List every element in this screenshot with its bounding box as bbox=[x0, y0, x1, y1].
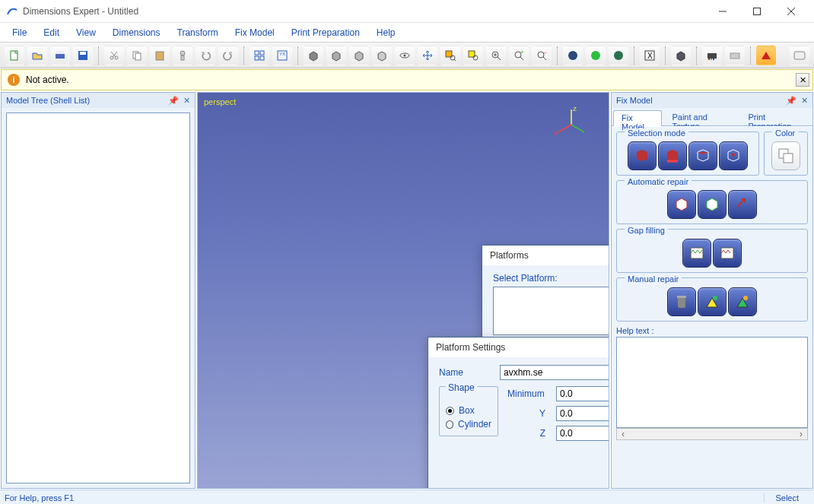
copy-icon[interactable] bbox=[127, 46, 147, 65]
model-tree-list[interactable] bbox=[6, 113, 190, 483]
menu-file[interactable]: File bbox=[5, 25, 34, 40]
svg-line-30 bbox=[498, 57, 501, 60]
print-icon[interactable] bbox=[50, 46, 70, 65]
manual-delete-icon[interactable] bbox=[667, 287, 696, 316]
brick-icon[interactable] bbox=[725, 46, 745, 65]
platform-settings-dialog: Platform Settings ? ✕ Name Shape Box bbox=[428, 337, 609, 489]
redo-icon[interactable] bbox=[218, 46, 238, 65]
info-icon: i bbox=[8, 74, 20, 86]
svg-rect-49 bbox=[794, 52, 805, 59]
viewport-3d[interactable]: perspect Z X Platforms ✕ Select Platform… bbox=[197, 92, 609, 489]
axis-gizmo: Z X bbox=[552, 106, 590, 137]
menu-edit[interactable]: Edit bbox=[36, 25, 67, 40]
svg-line-52 bbox=[558, 125, 571, 132]
zoom-in-icon[interactable] bbox=[486, 46, 506, 65]
name-input[interactable] bbox=[500, 365, 609, 380]
undo-icon[interactable] bbox=[196, 46, 215, 65]
zoom-minus-icon[interactable]: – bbox=[532, 46, 552, 65]
cut-icon[interactable] bbox=[104, 46, 124, 65]
gap-fill-1-icon[interactable] bbox=[682, 239, 711, 268]
menu-printprep[interactable]: Print Preparation bbox=[284, 25, 367, 40]
eye-icon[interactable] bbox=[395, 46, 415, 65]
keyboard-icon[interactable] bbox=[790, 46, 809, 65]
tab-paint-texture[interactable]: Paint and Texture bbox=[663, 109, 738, 125]
min-y-input[interactable] bbox=[556, 406, 609, 421]
tab-print-preparation[interactable]: Print Preparation bbox=[740, 109, 812, 125]
new-icon[interactable] bbox=[5, 46, 24, 65]
grid2-icon[interactable]: YX bbox=[272, 46, 292, 65]
open-icon[interactable] bbox=[27, 46, 47, 65]
auto-repair-2-icon[interactable] bbox=[698, 190, 727, 219]
save-icon[interactable] bbox=[73, 46, 93, 65]
cube3-icon[interactable] bbox=[349, 46, 369, 65]
fix-model-title: Fix Model bbox=[616, 96, 653, 105]
select-triangle-icon[interactable] bbox=[719, 141, 748, 170]
cube4-icon[interactable] bbox=[372, 46, 392, 65]
shape-cylinder-radio[interactable]: Cylinder bbox=[446, 419, 491, 430]
cube1-icon[interactable] bbox=[304, 46, 323, 65]
platforms-title: Platforms bbox=[490, 250, 529, 261]
svg-point-23 bbox=[404, 54, 406, 56]
menu-help[interactable]: Help bbox=[369, 25, 403, 40]
select-face-icon[interactable] bbox=[658, 141, 687, 170]
platform-listbox[interactable] bbox=[493, 287, 609, 335]
color-picker-button[interactable] bbox=[771, 141, 800, 170]
close-button[interactable] bbox=[774, 0, 808, 23]
panel-close-icon[interactable]: ✕ bbox=[183, 96, 190, 106]
screw-icon[interactable] bbox=[173, 46, 192, 65]
auto-repair-3-icon[interactable] bbox=[728, 190, 757, 219]
maximize-button[interactable] bbox=[739, 0, 774, 23]
sphere1-icon[interactable] bbox=[563, 46, 583, 65]
name-label: Name bbox=[439, 367, 485, 378]
zoom-rect-icon[interactable] bbox=[440, 46, 460, 65]
svg-point-63 bbox=[743, 296, 748, 300]
menu-view[interactable]: View bbox=[68, 25, 103, 40]
svg-rect-60 bbox=[678, 297, 685, 308]
menu-transform[interactable]: Transform bbox=[170, 25, 226, 40]
panel-close-icon[interactable]: ✕ bbox=[801, 96, 808, 106]
menu-fixmodel[interactable]: Fix Model bbox=[227, 25, 282, 40]
move-icon[interactable] bbox=[418, 46, 437, 65]
help-scrollbar[interactable]: ‹ › bbox=[616, 428, 808, 440]
message-close-button[interactable]: ✕ bbox=[796, 73, 809, 87]
manual-triangle-icon[interactable] bbox=[698, 287, 727, 316]
shape-box-radio[interactable]: Box bbox=[446, 405, 491, 416]
zoom-plus-icon[interactable]: + bbox=[509, 46, 529, 65]
message-text: Not active. bbox=[26, 74, 69, 85]
cube2-icon[interactable] bbox=[326, 46, 346, 65]
x-box-icon[interactable]: X bbox=[640, 46, 660, 65]
cube-dark-icon[interactable] bbox=[671, 46, 691, 65]
print-color-icon[interactable] bbox=[702, 46, 722, 65]
status-help: For Help, press F1 bbox=[5, 493, 74, 502]
sphere2-icon[interactable] bbox=[586, 46, 606, 65]
zoom-fit-icon[interactable] bbox=[463, 46, 483, 65]
gap-fill-2-icon[interactable] bbox=[713, 239, 742, 268]
minimize-button[interactable] bbox=[705, 0, 739, 23]
select-shell-icon[interactable] bbox=[628, 141, 657, 170]
scroll-left-icon[interactable]: ‹ bbox=[617, 429, 629, 439]
svg-text:+: + bbox=[520, 49, 524, 55]
min-z-input[interactable] bbox=[556, 426, 609, 441]
auto-repair-1-icon[interactable] bbox=[667, 190, 696, 219]
pin-icon[interactable]: 📌 bbox=[786, 96, 797, 106]
help-text-area[interactable] bbox=[616, 337, 808, 428]
grid1-icon[interactable] bbox=[250, 46, 269, 65]
menu-dimensions[interactable]: Dimensions bbox=[105, 25, 168, 40]
select-surface-icon[interactable] bbox=[688, 141, 717, 170]
svg-point-40 bbox=[591, 51, 600, 60]
svg-point-28 bbox=[473, 55, 478, 60]
svg-rect-17 bbox=[260, 51, 264, 55]
warning-icon[interactable] bbox=[756, 46, 776, 65]
pin-icon[interactable]: 📌 bbox=[168, 96, 179, 106]
svg-line-37 bbox=[543, 57, 546, 60]
menubar: File Edit View Dimensions Transform Fix … bbox=[0, 23, 814, 43]
tab-fix-model[interactable]: Fix Model bbox=[613, 110, 662, 126]
manual-hand-icon[interactable] bbox=[728, 287, 757, 316]
settings-title: Platform Settings bbox=[436, 342, 505, 353]
status-mode: Select bbox=[764, 493, 809, 502]
sphere3-icon[interactable] bbox=[609, 46, 628, 65]
svg-rect-4 bbox=[11, 51, 17, 60]
paste-icon[interactable] bbox=[150, 46, 170, 65]
scroll-right-icon[interactable]: › bbox=[795, 429, 807, 439]
min-x-input[interactable] bbox=[556, 386, 609, 401]
